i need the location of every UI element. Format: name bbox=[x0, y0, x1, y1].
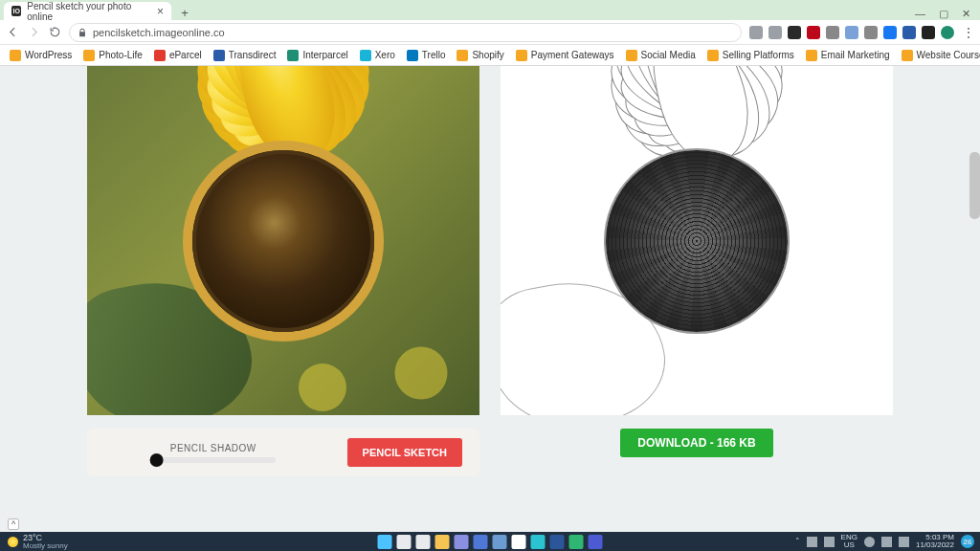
facebook-icon[interactable] bbox=[883, 26, 897, 39]
explorer-icon[interactable] bbox=[435, 535, 450, 549]
pencil-shadow-slider[interactable] bbox=[151, 457, 276, 463]
maximize-button[interactable]: ▢ bbox=[939, 8, 948, 20]
bookmark-label: Trello bbox=[422, 50, 446, 60]
app1-icon[interactable] bbox=[569, 535, 584, 549]
system-tray: ˄ ENG US 5:03 PM 11/03/2022 26 bbox=[795, 534, 980, 549]
notification-badge[interactable]: 26 bbox=[961, 535, 974, 548]
volume-icon[interactable] bbox=[881, 537, 892, 547]
minimize-button[interactable]: — bbox=[915, 8, 925, 20]
bookmark-folder-icon bbox=[287, 50, 299, 61]
ext-grid[interactable] bbox=[902, 26, 916, 39]
ext-s[interactable] bbox=[826, 26, 839, 39]
bookmark-folder-icon bbox=[516, 50, 527, 61]
date-text: 11/03/2022 bbox=[916, 541, 954, 549]
bookmark-label: Transdirect bbox=[229, 50, 277, 60]
bookmark-folder-icon bbox=[626, 50, 637, 61]
clock[interactable]: 5:03 PM 11/03/2022 bbox=[916, 534, 954, 549]
close-window-button[interactable]: ✕ bbox=[962, 8, 970, 20]
tab-favicon: IO bbox=[11, 6, 21, 16]
bookmark-photo-life[interactable]: Photo-Life bbox=[79, 48, 146, 63]
wifi-icon[interactable] bbox=[864, 537, 875, 547]
settings-icon[interactable] bbox=[455, 535, 469, 549]
weather-widget[interactable]: 23°C Mostly sunny bbox=[0, 534, 76, 550]
bookmark-label: Interparcel bbox=[302, 50, 347, 60]
bookmark-label: Email Marketing bbox=[821, 50, 890, 60]
battery-icon[interactable] bbox=[899, 537, 909, 547]
scroll-to-top-button[interactable]: ^ bbox=[8, 518, 19, 530]
tray-chevron-icon[interactable]: ˄ bbox=[795, 537, 800, 546]
bookmark-folder-icon bbox=[707, 50, 719, 61]
bookmark-label: Selling Platforms bbox=[723, 50, 794, 60]
bookmark-xero[interactable]: Xero bbox=[356, 48, 399, 63]
bookmark-folder-icon bbox=[360, 50, 371, 61]
slider-label: PENCIL SHADOW bbox=[170, 443, 256, 453]
bookmark-website-courses[interactable]: Website Courses bbox=[898, 48, 980, 63]
bookmark-folder-icon bbox=[10, 50, 21, 61]
bookmark-eparcel[interactable]: eParcel bbox=[150, 48, 206, 63]
taskview-icon[interactable] bbox=[416, 535, 431, 549]
scrollbar-thumb[interactable] bbox=[969, 152, 980, 219]
dropbox-icon[interactable] bbox=[824, 537, 835, 547]
app2-icon[interactable] bbox=[589, 535, 603, 549]
bookmark-selling-platforms[interactable]: Selling Platforms bbox=[703, 48, 798, 63]
original-image bbox=[87, 66, 479, 415]
page-content: PENCIL SHADOW PENCIL SKETCH DOWNLOAD - 1… bbox=[0, 66, 980, 532]
search-icon[interactable] bbox=[397, 535, 412, 549]
address-bar[interactable]: pencilsketch.imageonline.co bbox=[69, 23, 742, 42]
bookmark-folder-icon bbox=[457, 50, 468, 61]
browser-menu-button[interactable]: ⋮ bbox=[962, 25, 974, 40]
bookmark-transdirect[interactable]: Transdirect bbox=[210, 48, 280, 63]
bookmark-interparcel[interactable]: Interparcel bbox=[283, 48, 351, 63]
store-icon[interactable] bbox=[493, 535, 507, 549]
extension-row bbox=[749, 26, 954, 39]
browser-tab[interactable]: IO Pencil sketch your photo online × bbox=[4, 2, 171, 20]
tab-title: Pencil sketch your photo online bbox=[27, 1, 151, 22]
lang-bot[interactable]: US bbox=[844, 541, 855, 549]
sun-icon bbox=[8, 537, 18, 547]
bookmark-folder-icon bbox=[902, 50, 913, 61]
bookmark-label: Website Courses bbox=[917, 50, 980, 60]
profile-avatar[interactable] bbox=[941, 26, 954, 39]
toolbar: pencilsketch.imageonline.co ⋮ bbox=[0, 20, 980, 45]
slider-thumb[interactable] bbox=[149, 453, 163, 467]
bookmark-shopify[interactable]: Shopify bbox=[453, 48, 507, 63]
bookmark-folder-icon bbox=[83, 50, 95, 61]
word-icon[interactable] bbox=[550, 535, 565, 549]
bookmark-label: WordPress bbox=[25, 50, 72, 60]
bookmark-folder-icon bbox=[154, 50, 166, 61]
onedrive-icon[interactable] bbox=[807, 537, 817, 547]
new-tab-button[interactable]: + bbox=[177, 5, 192, 20]
ext-gear[interactable] bbox=[845, 26, 858, 39]
chrome-icon[interactable] bbox=[512, 535, 526, 549]
tab-close-icon[interactable]: × bbox=[157, 5, 164, 18]
reload-button[interactable] bbox=[48, 26, 61, 39]
start-icon[interactable] bbox=[378, 535, 392, 549]
edge-icon[interactable] bbox=[531, 535, 546, 549]
pinterest-icon[interactable] bbox=[807, 26, 820, 39]
bookmark-bar: WordPressPhoto-LifeeParcelTransdirectInt… bbox=[0, 45, 980, 66]
bookmark-payment-gateways[interactable]: Payment Gateways bbox=[512, 48, 618, 63]
tab-strip: IO Pencil sketch your photo online × + —… bbox=[0, 0, 980, 20]
pencil-sketch-button[interactable]: PENCIL SKETCH bbox=[347, 438, 462, 467]
share-icon[interactable] bbox=[749, 26, 763, 39]
ext-w[interactable] bbox=[788, 26, 801, 39]
window-controls: — ▢ ✕ bbox=[915, 8, 980, 20]
url-text: pencilsketch.imageonline.co bbox=[93, 27, 225, 38]
bookmark-label: Photo-Life bbox=[99, 50, 143, 60]
mail-icon[interactable] bbox=[474, 535, 488, 549]
control-panel: PENCIL SHADOW PENCIL SKETCH bbox=[87, 429, 479, 476]
sketch-result-image bbox=[501, 66, 893, 415]
forward-button[interactable] bbox=[27, 26, 40, 39]
taskbar-center bbox=[378, 535, 603, 549]
ext-flag[interactable] bbox=[864, 26, 878, 39]
bookmark-wordpress[interactable]: WordPress bbox=[6, 48, 76, 63]
bookmark-email-marketing[interactable]: Email Marketing bbox=[802, 48, 894, 63]
weather-desc: Mostly sunny bbox=[23, 542, 68, 550]
back-button[interactable] bbox=[6, 26, 19, 39]
bookmark-label: Shopify bbox=[472, 50, 503, 60]
download-button[interactable]: DOWNLOAD - 166 KB bbox=[620, 429, 772, 457]
bookmark-social-media[interactable]: Social Media bbox=[622, 48, 700, 63]
bookmark-trello[interactable]: Trello bbox=[403, 48, 450, 63]
star-icon[interactable] bbox=[768, 26, 782, 39]
extensions-icon[interactable] bbox=[922, 26, 935, 39]
